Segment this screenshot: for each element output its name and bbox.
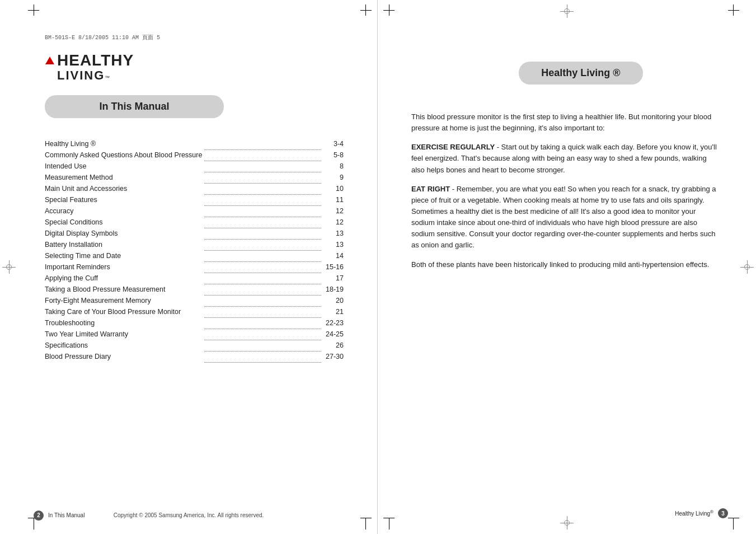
table-row: Special Conditions 12 — [45, 217, 344, 228]
logo-area: HEALTHY LIVING ™ — [45, 53, 344, 82]
toc-dots — [204, 183, 321, 194]
toc-title: Intended Use — [45, 161, 204, 172]
toc-dots — [204, 261, 321, 273]
page-header-meta: BM-501S-E 8/18/2005 11:10 AM 頁面 5 — [45, 34, 344, 41]
healthy-living-header: Healthy Living ® — [519, 62, 642, 85]
corner-mark-bottom-right-v — [365, 518, 366, 530]
toc-title: Special Conditions — [45, 217, 204, 228]
toc-page: 27-30 — [321, 351, 344, 362]
toc-page: 12 — [321, 217, 344, 228]
in-this-manual-header: In This Manual — [45, 95, 224, 118]
toc-page: 10 — [321, 183, 344, 194]
r-corner-bottom-left-v — [389, 518, 389, 530]
right-page-footer: Healthy Living® 3 — [675, 508, 728, 518]
toc-title: Healthy Living ® — [45, 138, 204, 149]
toc-page: 11 — [321, 194, 344, 205]
toc-page: 12 — [321, 205, 344, 217]
toc-title: Main Unit and Accessories — [45, 183, 204, 194]
toc-title: Specifications — [45, 340, 204, 351]
toc-title: Special Features — [45, 194, 204, 205]
footer-copyright: Copyright © 2005 Samsung America, Inc. A… — [114, 512, 264, 518]
toc-page: 15-16 — [321, 261, 344, 273]
page-number-2: 2 — [34, 510, 44, 521]
toc-title: Commonly Asked Questions About Blood Pre… — [45, 149, 204, 161]
toc-page: 22-23 — [321, 317, 344, 329]
logo-living-text: LIVING — [57, 69, 105, 82]
bold-lead-text: EAT RIGHT — [411, 185, 450, 193]
toc-title: Selecting Time and Date — [45, 250, 204, 261]
left-page-footer: 2 In This Manual Copyright © 2005 Samsun… — [0, 512, 377, 518]
toc-page: 5-8 — [321, 149, 344, 161]
bottom-crosshair — [560, 516, 574, 530]
table-row: Specifications 26 — [45, 340, 344, 351]
toc-dots — [204, 172, 321, 183]
content-paragraph: Both of these plants have been historica… — [411, 259, 717, 270]
toc-dots — [204, 317, 321, 329]
toc-dots — [204, 329, 321, 340]
section-header-container: In This Manual — [45, 95, 344, 129]
toc-dots — [204, 351, 321, 362]
table-row: Selecting Time and Date 14 — [45, 250, 344, 261]
toc-table: Healthy Living ® 3-4 Commonly Asked Ques… — [45, 138, 344, 363]
right-section-header-container: Healthy Living ® — [411, 62, 717, 98]
r-corner-bottom-right-v — [733, 518, 734, 530]
toc-dots — [204, 295, 321, 306]
logo-triangle-icon — [45, 55, 55, 65]
toc-title: Two Year Limited Warranty — [45, 329, 204, 340]
toc-dots — [204, 161, 321, 172]
toc-page: 24-25 — [321, 329, 344, 340]
right-crosshair-circle — [744, 264, 750, 270]
logo-tm: ™ — [105, 75, 110, 81]
r-corner-top-right-h — [728, 10, 739, 11]
table-row: Forty-Eight Measurement Memory 20 — [45, 295, 344, 306]
toc-page: 17 — [321, 273, 344, 284]
toc-dots — [204, 239, 321, 250]
toc-title: Digital Display Symbols — [45, 228, 204, 239]
toc-page: 13 — [321, 228, 344, 239]
toc-page: 9 — [321, 172, 344, 183]
toc-page: 14 — [321, 250, 344, 261]
table-row: Troubleshooting 22-23 — [45, 317, 344, 329]
toc-page: 21 — [321, 306, 344, 317]
toc-title: Battery Installation — [45, 239, 204, 250]
footer-section-name: In This Manual — [48, 512, 84, 518]
svg-marker-0 — [45, 57, 54, 64]
corner-mark-top-right-v — [365, 4, 366, 16]
healthy-living-header-text: Healthy Living ® — [541, 67, 620, 78]
content-paragraph: EXERCISE REGULARLY - Start out by taking… — [411, 142, 717, 175]
toc-title: Taking Care of Your Blood Pressure Monit… — [45, 306, 204, 317]
page-container: BM-501S-E 8/18/2005 11:10 AM 頁面 5 HEALTH… — [0, 0, 756, 534]
toc-title: Important Reminders — [45, 261, 204, 273]
right-content: This blood pressure monitor is the first… — [411, 111, 717, 270]
content-paragraph: This blood pressure monitor is the first… — [411, 111, 717, 134]
toc-dots — [204, 228, 321, 239]
toc-dots — [204, 149, 321, 161]
toc-title: Measurement Method — [45, 172, 204, 183]
toc-dots — [204, 138, 321, 149]
corner-mark-top-right-h — [360, 10, 372, 11]
left-page: BM-501S-E 8/18/2005 11:10 AM 頁面 5 HEALTH… — [0, 0, 378, 534]
table-row: Taking Care of Your Blood Pressure Monit… — [45, 306, 344, 317]
toc-title: Forty-Eight Measurement Memory — [45, 295, 204, 306]
content-paragraph: EAT RIGHT - Remember, you are what you e… — [411, 184, 717, 251]
table-row: Blood Pressure Diary 27-30 — [45, 351, 344, 362]
right-crosshair — [740, 260, 754, 274]
table-row: Two Year Limited Warranty 24-25 — [45, 329, 344, 340]
table-row: Measurement Method 9 — [45, 172, 344, 183]
toc-dots — [204, 250, 321, 261]
bottom-crosshair-circle — [564, 520, 570, 526]
footer-left: 2 In This Manual — [34, 510, 84, 521]
top-crosshair-circle — [564, 8, 570, 14]
toc-page: 26 — [321, 340, 344, 351]
toc-page: 3-4 — [321, 138, 344, 149]
table-row: Special Features 11 — [45, 194, 344, 205]
toc-title: Applying the Cuff — [45, 273, 204, 284]
toc-title: Accuracy — [45, 205, 204, 217]
left-crosshair — [2, 260, 16, 274]
table-row: Healthy Living ® 3-4 — [45, 138, 344, 149]
table-row: Important Reminders 15-16 — [45, 261, 344, 273]
table-row: Taking a Blood Pressure Measurement 18-1… — [45, 284, 344, 295]
table-row: Commonly Asked Questions About Blood Pre… — [45, 149, 344, 161]
toc-title: Troubleshooting — [45, 317, 204, 329]
footer-reg-mark: ® — [710, 509, 713, 514]
